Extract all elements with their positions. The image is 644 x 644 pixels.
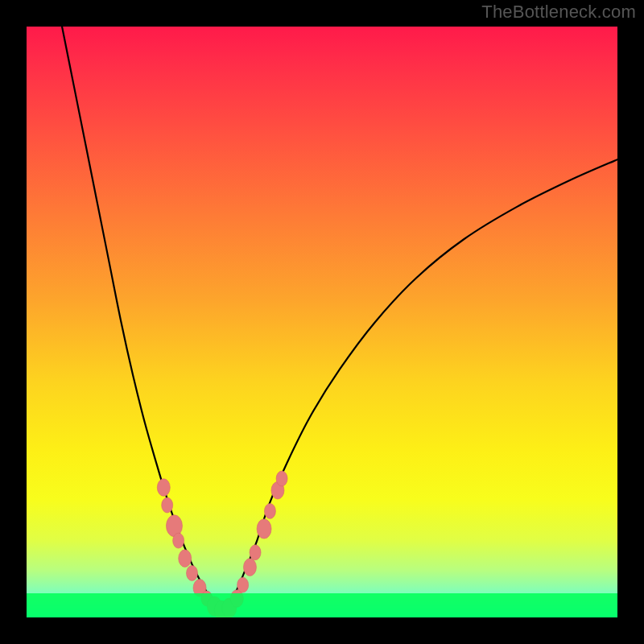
no-bottleneck-band	[27, 593, 617, 617]
marker-point	[173, 533, 184, 548]
marker-point	[237, 577, 249, 592]
plot-svg	[27, 27, 617, 617]
marker-point	[162, 497, 173, 513]
marker-point	[157, 479, 170, 497]
plot-area	[27, 27, 617, 617]
marker-point	[257, 519, 271, 539]
watermark-text: TheBottleneck.com	[481, 2, 636, 23]
marker-point	[187, 566, 198, 581]
right-branch-curve	[221, 159, 617, 612]
chart-stage: TheBottleneck.com	[0, 0, 644, 644]
marker-point	[264, 503, 275, 518]
marker-point	[179, 550, 192, 568]
marker-point	[243, 559, 256, 576]
left-branch-curve	[62, 27, 221, 612]
marker-point	[250, 545, 261, 560]
marker-point	[276, 471, 287, 486]
